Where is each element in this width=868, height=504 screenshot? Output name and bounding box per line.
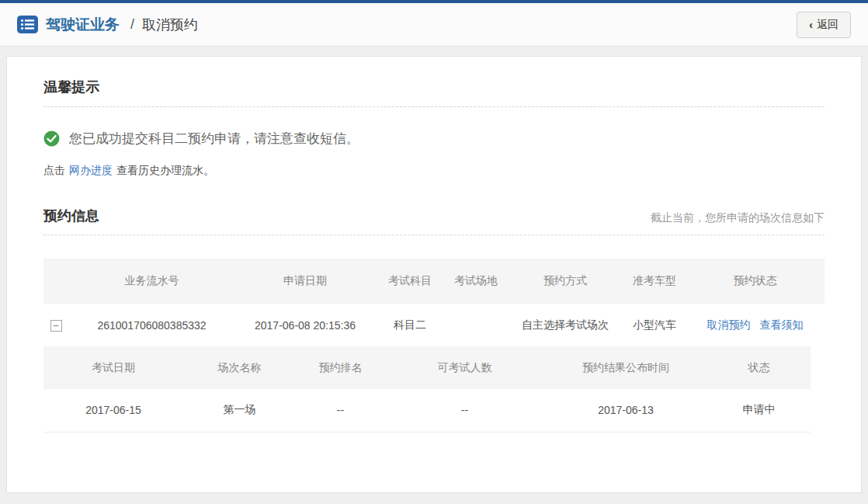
progress-prefix: 点击 — [43, 164, 65, 176]
main-header-vehicle: 准考车型 — [623, 259, 686, 304]
tips-heading: 温馨提示 — [43, 78, 825, 107]
breadcrumb-service-title[interactable]: 驾驶证业务 — [46, 15, 120, 35]
back-button[interactable]: ‹ 返回 — [797, 12, 851, 38]
cell-actions: 取消预约查看须知 — [686, 304, 825, 346]
appointment-heading: 预约信息 — [43, 207, 99, 225]
sub-header-rank: 预约排名 — [296, 346, 385, 389]
success-check-icon — [43, 130, 60, 147]
view-notice-link[interactable]: 查看须知 — [760, 318, 804, 331]
page-header: 驾驶证业务 / 取消预约 ‹ 返回 — [0, 3, 868, 47]
cell-booking-method: 自主选择考试场次 — [507, 304, 623, 346]
tips-section: 温馨提示 您已成功提交科目二预约申请，请注意查收短信。 点击网办进度查看历史办理… — [43, 57, 825, 178]
sub-header-session-name: 场次名称 — [183, 346, 296, 389]
cell-exam-site — [445, 304, 507, 346]
cell-apply-date: 2017-06-08 20:15:36 — [235, 304, 375, 346]
main-header-toggle-col — [43, 259, 68, 304]
appointment-tables: 业务流水号 申请日期 考试科目 考试场地 预约方式 准考车型 预约状态 − 26… — [43, 259, 825, 433]
main-header-status: 预约状态 — [686, 259, 825, 304]
breadcrumb: 驾驶证业务 / 取消预约 — [17, 15, 797, 35]
progress-suffix: 查看历史办理流水。 — [116, 164, 214, 176]
sub-header-capacity: 可考试人数 — [385, 346, 544, 389]
chevron-left-icon: ‹ — [809, 19, 813, 31]
back-button-label: 返回 — [817, 18, 838, 32]
progress-link[interactable]: 网办进度 — [69, 164, 113, 176]
main-header-subject: 考试科目 — [375, 259, 445, 304]
sub-table-header-row: 考试日期 场次名称 预约排名 可考试人数 预约结果公布时间 状态 — [43, 346, 811, 389]
success-message: 您已成功提交科目二预约申请，请注意查收短信。 — [69, 130, 359, 148]
main-header-method: 预约方式 — [507, 259, 623, 304]
cell-exam-date: 2017-06-15 — [43, 389, 183, 432]
sub-header-exam-date: 考试日期 — [43, 346, 183, 389]
main-header-serial: 业务流水号 — [68, 259, 235, 304]
cell-rank: -- — [296, 389, 385, 432]
main-table-header-row: 业务流水号 申请日期 考试科目 考试场地 预约方式 准考车型 预约状态 — [43, 259, 825, 304]
cell-session-name: 第一场 — [183, 389, 296, 432]
sub-header-result-time: 预约结果公布时间 — [544, 346, 707, 389]
appointment-sub-table: 考试日期 场次名称 预约排名 可考试人数 预约结果公布时间 状态 2017-06… — [43, 346, 811, 433]
cell-capacity: -- — [385, 389, 544, 432]
sub-header-status: 状态 — [707, 346, 811, 389]
sub-table-row: 2017-06-15 第一场 -- -- 2017-06-13 申请中 — [43, 389, 811, 432]
main-header-apply-date: 申请日期 — [235, 259, 375, 304]
cell-exam-subject: 科目二 — [375, 304, 445, 346]
breadcrumb-current-page: 取消预约 — [142, 16, 198, 34]
cell-status: 申请中 — [707, 389, 811, 432]
list-icon — [17, 16, 38, 33]
appointment-heading-row: 预约信息 截止当前，您所申请的场次信息如下 — [43, 207, 825, 235]
appointment-section: 预约信息 截止当前，您所申请的场次信息如下 业务流水号 申请日期 考试科目 考试… — [43, 207, 825, 433]
cancel-appointment-link[interactable]: 取消预约 — [707, 318, 751, 331]
progress-line: 点击网办进度查看历史办理流水。 — [43, 164, 825, 178]
cell-serial-number: 261001706080385332 — [68, 304, 235, 346]
collapse-toggle[interactable]: − — [50, 320, 62, 332]
main-header-site: 考试场地 — [445, 259, 507, 304]
breadcrumb-separator: / — [130, 16, 134, 33]
success-message-row: 您已成功提交科目二预约申请，请注意查收短信。 — [43, 130, 825, 148]
appointment-note: 截止当前，您所申请的场次信息如下 — [651, 211, 825, 225]
content-card: 温馨提示 您已成功提交科目二预约申请，请注意查收短信。 点击网办进度查看历史办理… — [6, 56, 862, 493]
cell-result-time: 2017-06-13 — [544, 389, 707, 432]
main-table-row: − 261001706080385332 2017-06-08 20:15:36… — [43, 304, 825, 346]
appointment-main-table: 业务流水号 申请日期 考试科目 考试场地 预约方式 准考车型 预约状态 − 26… — [43, 259, 825, 346]
cell-vehicle-type: 小型汽车 — [623, 304, 686, 346]
